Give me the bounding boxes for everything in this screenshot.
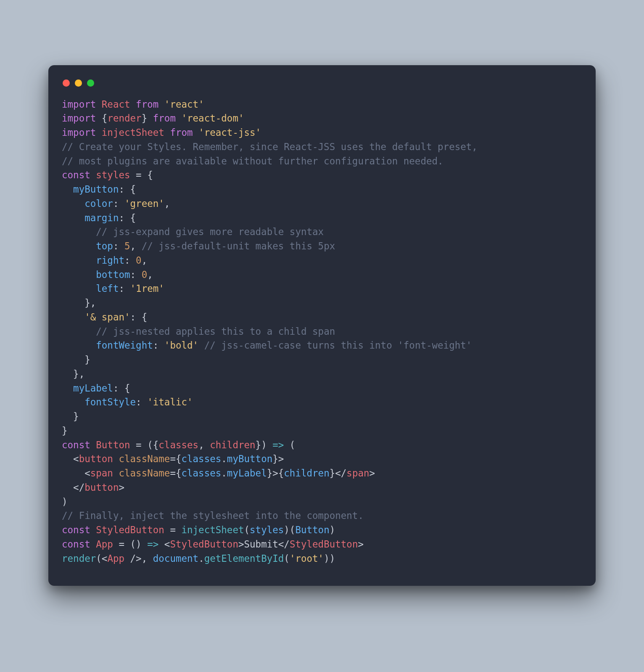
code-token-kw: const bbox=[62, 439, 90, 450]
code-token-str: 'react-jss' bbox=[198, 127, 261, 138]
code-token-punct: , bbox=[130, 241, 142, 251]
code-token-punct: . bbox=[198, 553, 204, 564]
code-token-var: right bbox=[96, 255, 124, 266]
page-frame: import React from 'react' import {render… bbox=[0, 19, 644, 653]
code-token-tag: StyledButton bbox=[290, 539, 358, 550]
code-token-var: fontWeight bbox=[96, 340, 153, 351]
code-token-punct: />, bbox=[124, 553, 153, 564]
code-token-punct: >Submit</ bbox=[238, 539, 290, 550]
code-token-punct bbox=[96, 99, 102, 110]
code-token-var: myButton bbox=[227, 453, 272, 464]
code-token-str: '1rem' bbox=[130, 283, 164, 294]
code-token-attr: className bbox=[119, 453, 170, 464]
code-token-kw: from bbox=[170, 127, 193, 138]
code-token-punct: }</ bbox=[330, 468, 347, 479]
code-token-cmt: // jss-camel-case turns this into 'font-… bbox=[204, 340, 472, 351]
code-token-punct: : bbox=[153, 340, 164, 351]
code-token-def: React bbox=[102, 99, 130, 110]
code-token-punct bbox=[62, 212, 84, 223]
code-token-punct: ) bbox=[330, 524, 335, 535]
code-token-punct: . bbox=[221, 468, 227, 479]
code-token-punct: > bbox=[119, 482, 124, 493]
code-token-attr: className bbox=[119, 468, 170, 479]
code-token-punct: : bbox=[113, 241, 124, 251]
code-token-punct: : { bbox=[119, 212, 136, 223]
code-token-punct bbox=[62, 326, 96, 337]
code-token-tag: button bbox=[84, 482, 119, 493]
code-token-kw: const bbox=[62, 539, 90, 550]
code-token-punct: ) bbox=[62, 496, 68, 507]
code-token-var: fontStyle bbox=[84, 397, 136, 407]
code-token-punct bbox=[164, 127, 170, 138]
code-token-def: classes bbox=[158, 439, 198, 450]
code-token-cmt: // most plugins are available without fu… bbox=[62, 156, 443, 167]
code-token-punct: : bbox=[113, 198, 124, 209]
code-token-punct bbox=[62, 184, 73, 195]
code-token-punct: : { bbox=[113, 383, 130, 394]
minimize-icon[interactable] bbox=[75, 79, 82, 87]
code-token-punct bbox=[62, 312, 84, 323]
code-token-punct: = bbox=[164, 524, 182, 535]
code-token-punct: ( bbox=[284, 553, 290, 564]
code-token-punct: , bbox=[147, 269, 153, 280]
code-token-punct bbox=[96, 127, 102, 138]
code-token-punct: { bbox=[96, 113, 107, 124]
code-token-punct bbox=[62, 283, 96, 294]
code-token-punct: ={ bbox=[170, 453, 181, 464]
code-token-tag: span bbox=[346, 468, 369, 479]
code-token-punct bbox=[62, 269, 96, 280]
code-block: import React from 'react' import {render… bbox=[62, 98, 582, 566]
code-token-str: 'bold' bbox=[164, 340, 198, 351]
code-token-punct: (< bbox=[96, 553, 107, 564]
code-token-punct: : bbox=[124, 255, 136, 266]
code-token-var: color bbox=[84, 198, 113, 209]
code-token-punct: } bbox=[62, 354, 90, 365]
code-token-var: myLabel bbox=[73, 383, 113, 394]
code-token-punct bbox=[176, 113, 182, 124]
zoom-icon[interactable] bbox=[87, 79, 94, 87]
code-token-punct bbox=[193, 127, 199, 138]
code-token-punct bbox=[90, 539, 96, 550]
code-token-kw: const bbox=[62, 524, 90, 535]
code-window: import React from 'react' import {render… bbox=[48, 65, 596, 586]
code-token-cmt: // Create your Styles. Remember, since R… bbox=[62, 141, 478, 152]
code-token-num: 5 bbox=[124, 241, 130, 251]
code-token-punct: ( bbox=[244, 524, 250, 535]
code-token-punct bbox=[62, 241, 96, 251]
code-token-punct bbox=[90, 439, 96, 450]
code-token-punct bbox=[62, 340, 96, 351]
code-token-punct: > bbox=[358, 539, 364, 550]
code-token-str: 'react-dom' bbox=[181, 113, 244, 124]
code-token-kw: import bbox=[62, 127, 96, 138]
code-token-tag: span bbox=[90, 468, 113, 479]
code-token-punct bbox=[62, 226, 96, 237]
code-token-var: bottom bbox=[96, 269, 130, 280]
code-token-var: margin bbox=[84, 212, 119, 223]
code-token-def: Button bbox=[96, 439, 130, 450]
code-token-var: document bbox=[153, 553, 198, 564]
code-token-var: Button bbox=[295, 524, 329, 535]
code-token-punct bbox=[62, 255, 96, 266]
code-token-def: children bbox=[210, 439, 255, 450]
code-token-punct bbox=[62, 383, 73, 394]
code-token-punct: = ({ bbox=[130, 439, 159, 450]
code-token-kw: from bbox=[136, 99, 158, 110]
code-token-punct: )( bbox=[284, 524, 295, 535]
code-token-punct bbox=[62, 397, 84, 407]
code-token-fn: getElementById bbox=[204, 553, 284, 564]
code-token-var: top bbox=[96, 241, 113, 251]
window-traffic-lights bbox=[62, 77, 582, 98]
code-token-punct: , bbox=[198, 439, 210, 450]
code-token-punct: }, bbox=[62, 368, 84, 379]
code-token-var: classes bbox=[181, 453, 221, 464]
code-token-punct: } bbox=[62, 411, 79, 422]
code-token-punct bbox=[90, 169, 96, 180]
code-token-def: styles bbox=[96, 169, 130, 180]
close-icon[interactable] bbox=[63, 79, 70, 87]
code-token-punct bbox=[113, 468, 119, 479]
code-token-punct: < bbox=[158, 539, 170, 550]
code-token-punct: = { bbox=[130, 169, 153, 180]
code-token-cmt: // Finally, inject the stylesheet into t… bbox=[62, 510, 364, 521]
code-token-punct: : { bbox=[119, 184, 136, 195]
code-token-var: myButton bbox=[73, 184, 119, 195]
